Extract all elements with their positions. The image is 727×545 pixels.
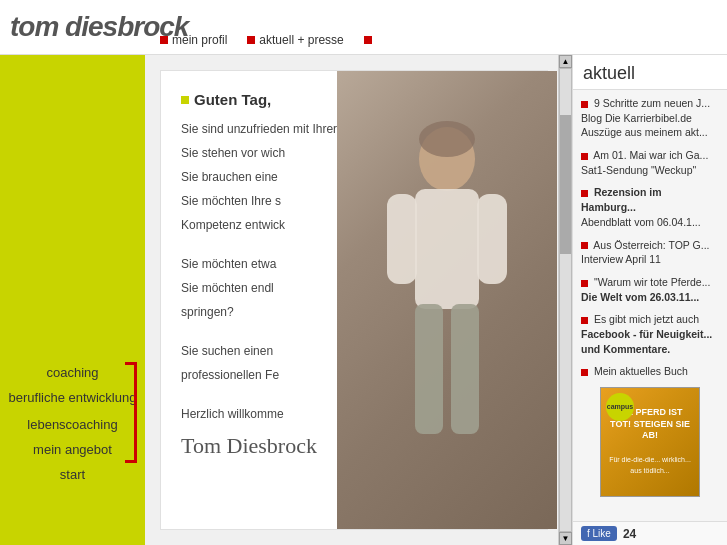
nav-bar: mein profil aktuell + presse — [150, 26, 382, 54]
news-item-5: "Warum wir tote Pferde... Die Welt vom 2… — [581, 275, 719, 304]
red-square-icon — [581, 101, 588, 108]
right-panel-header: aktuell — [573, 55, 727, 90]
red-square-icon — [581, 242, 588, 249]
news-item-7: Mein aktuelles Buch — [581, 364, 719, 379]
bracket-decoration — [123, 362, 137, 463]
book-cover[interactable]: campus IHR PFERD IST TOT! STEIGEN SIE AB… — [600, 387, 700, 497]
book-publisher-badge: campus — [606, 393, 634, 421]
nav-square-icon — [160, 36, 168, 44]
vert-scroll-thumb — [560, 115, 571, 254]
facebook-count: 24 — [623, 527, 636, 541]
nav-aktuell-presse[interactable]: aktuell + presse — [237, 26, 353, 54]
content-area: Guten Tag, Sie sind unzufrieden mit Ihre… — [145, 55, 558, 545]
sidebar-menu: coaching berufliche entwicklung lebensco… — [0, 362, 145, 485]
content-inner: Guten Tag, Sie sind unzufrieden mit Ihre… — [160, 70, 548, 530]
nav-square-icon — [364, 36, 372, 44]
news-item-6: Es gibt mich jetzt auch Facebook - für N… — [581, 312, 719, 356]
red-square-icon — [581, 369, 588, 376]
news-item-1: 9 Schritte zum neuen J... Blog Die Karri… — [581, 96, 719, 140]
nav-mein-profil[interactable]: mein profil — [150, 26, 237, 54]
scroll-up-arrow[interactable]: ▲ — [559, 55, 572, 68]
scroll-down-arrow[interactable]: ▼ — [559, 532, 572, 545]
svg-rect-3 — [477, 194, 507, 284]
vert-scroll-track[interactable] — [559, 68, 572, 532]
red-square-icon — [581, 280, 588, 287]
news-item-3: Rezension im Hamburg... Abendblatt vom 0… — [581, 185, 719, 229]
green-square-icon — [181, 96, 189, 104]
main-layout: coaching berufliche entwicklung lebensco… — [0, 55, 727, 545]
svg-point-6 — [419, 121, 475, 157]
news-item-2: Am 01. Mai war ich Ga... Sat1-Sendung "W… — [581, 148, 719, 177]
photo-background — [337, 71, 557, 529]
svg-rect-5 — [451, 304, 479, 434]
facebook-bar: f Like 24 — [573, 521, 727, 545]
sidebar: coaching berufliche entwicklung lebensco… — [0, 55, 145, 545]
person-photo — [337, 71, 557, 529]
nav-more[interactable] — [354, 26, 382, 54]
nav-square-icon — [247, 36, 255, 44]
person-silhouette-svg — [367, 109, 527, 529]
vertical-scrollbar[interactable]: ▲ ▼ — [558, 55, 572, 545]
content-scroll-wrapper: Guten Tag, Sie sind unzufrieden mit Ihre… — [145, 55, 572, 545]
svg-rect-1 — [415, 189, 479, 309]
svg-rect-2 — [387, 194, 417, 284]
red-square-icon — [581, 317, 588, 324]
news-item-4: Aus Österreich: TOP G... Interview April… — [581, 238, 719, 267]
right-panel-content: 9 Schritte zum neuen J... Blog Die Karri… — [573, 90, 727, 521]
page-header: tom diesbrock mein profil aktuell + pres… — [0, 0, 727, 55]
sidebar-item-start[interactable]: start — [0, 464, 145, 485]
red-square-icon — [581, 190, 588, 197]
right-panel-title: aktuell — [583, 63, 717, 84]
right-panel: aktuell 9 Schritte zum neuen J... Blog D… — [572, 55, 727, 545]
facebook-like-button[interactable]: f Like — [581, 526, 617, 541]
svg-rect-4 — [415, 304, 443, 434]
red-square-icon — [581, 153, 588, 160]
